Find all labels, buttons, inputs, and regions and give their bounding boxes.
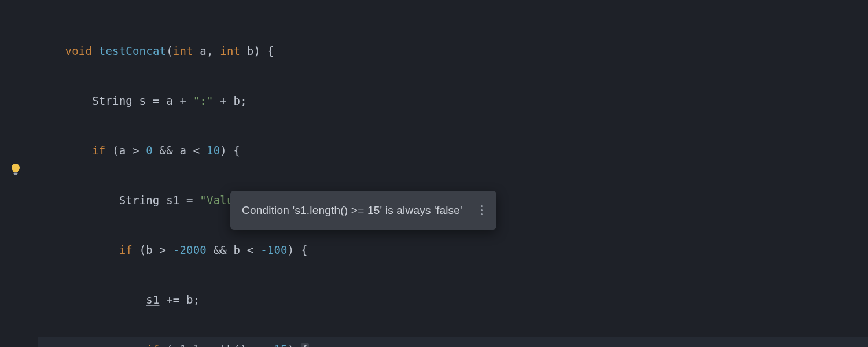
brace: { — [260, 45, 274, 57]
svg-rect-0 — [14, 173, 18, 174]
code-line[interactable]: if (a > 0 && a < 10) { — [38, 138, 868, 163]
text: && a < — [153, 144, 207, 157]
text: = — [179, 194, 200, 206]
var-declaration: s1 — [166, 194, 179, 206]
keyword-int: int — [173, 45, 193, 57]
type: String — [119, 194, 166, 206]
code-line[interactable]: if (b > -2000 && b < -100) { — [38, 238, 868, 263]
code-line[interactable]: String s = a + ":" + b; — [38, 88, 868, 113]
text: ) { — [288, 243, 308, 256]
param: b — [240, 45, 253, 57]
code-line-highlighted[interactable]: if (s1.length() >= 15) { — [38, 337, 868, 347]
keyword-if: if — [146, 343, 159, 347]
svg-rect-1 — [14, 174, 17, 175]
tooltip-message: Condition 's1.length() >= 15' is always … — [242, 198, 462, 223]
keyword-void: void — [65, 45, 93, 57]
number: 10 — [207, 144, 220, 157]
number: -100 — [260, 243, 288, 256]
text: += b; — [160, 293, 200, 306]
code-line[interactable]: s1 += b; — [38, 287, 868, 312]
text: (b > — [133, 243, 173, 256]
editor-gutter — [0, 0, 29, 347]
inspection-warning[interactable]: s1.length() >= 15 — [173, 343, 288, 347]
string-literal: ":" — [193, 94, 214, 107]
paren: ) — [253, 45, 260, 57]
paren: ( — [166, 45, 173, 57]
lightbulb-icon[interactable] — [10, 164, 21, 175]
method-name: testConcat — [99, 45, 166, 57]
code-line[interactable]: void testConcat(int a, int b) { — [38, 39, 868, 64]
code-content[interactable]: void testConcat(int a, int b) { String s… — [38, 14, 868, 347]
var-ref: s1 — [146, 293, 159, 306]
param: a — [193, 45, 207, 57]
text: && b < — [207, 243, 260, 256]
cond-pre: s1.length() >= — [173, 343, 274, 347]
more-actions-icon[interactable] — [479, 203, 485, 217]
keyword-if: if — [92, 144, 105, 157]
number: -2000 — [173, 243, 207, 256]
text: ( — [160, 343, 173, 347]
text: + b; — [214, 94, 247, 107]
keyword-if: if — [119, 243, 133, 256]
number: 15 — [274, 343, 287, 347]
text: s = a + — [133, 94, 193, 107]
brace-highlight: { — [301, 343, 309, 347]
number: 0 — [146, 144, 153, 157]
comma: , — [207, 45, 214, 57]
text: (a > — [105, 144, 146, 157]
text: ) { — [220, 144, 240, 157]
text: ) — [288, 343, 295, 347]
type: String — [92, 94, 133, 107]
inspection-tooltip[interactable]: Condition 's1.length() >= 15' is always … — [230, 191, 496, 230]
keyword-int: int — [214, 45, 241, 57]
code-editor[interactable]: void testConcat(int a, int b) { String s… — [0, 0, 868, 347]
